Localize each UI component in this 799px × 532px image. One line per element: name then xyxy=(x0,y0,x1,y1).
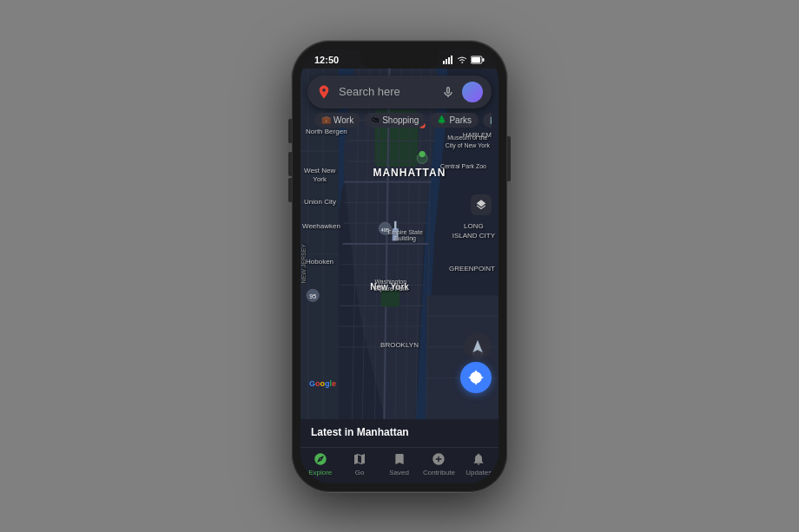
nav-label-contribute: Contribute xyxy=(423,469,455,476)
svg-text:495: 495 xyxy=(380,227,390,232)
svg-rect-2 xyxy=(448,57,450,64)
tree-icon: 🌲 xyxy=(437,115,446,124)
my-location-button[interactable] xyxy=(460,362,492,393)
bottom-sheet-title: Latest in Manhattan xyxy=(311,426,488,438)
shopping-bag-icon: 🛍 xyxy=(372,115,380,124)
svg-rect-3 xyxy=(451,56,452,64)
nav-item-saved[interactable]: Saved xyxy=(384,451,415,476)
phone-device: 12:50 xyxy=(292,41,507,492)
search-overlay: Search here 💼 Work 🛍 Shopping xyxy=(300,69,499,132)
bottom-nav: Explore Go Saved xyxy=(300,447,499,483)
svg-rect-1 xyxy=(446,59,447,64)
contribute-icon xyxy=(431,451,446,467)
nav-item-contribute[interactable]: Contribute xyxy=(423,451,455,476)
nav-label-go: Go xyxy=(355,469,365,476)
svg-text:95: 95 xyxy=(309,292,316,299)
maps-pin-icon xyxy=(316,84,332,100)
wifi-icon xyxy=(457,56,467,64)
explore-icon xyxy=(313,451,328,467)
bottom-sheet: Latest in Manhattan xyxy=(300,419,499,447)
svg-rect-47 xyxy=(381,290,400,306)
briefcase-icon: 💼 xyxy=(321,115,331,124)
status-time: 12:50 xyxy=(314,55,339,65)
battery-icon xyxy=(471,56,485,64)
svg-rect-5 xyxy=(483,58,485,62)
svg-rect-45 xyxy=(393,228,399,240)
nav-label-updates: Updates xyxy=(466,469,492,476)
search-bar[interactable]: Search here xyxy=(307,76,492,108)
hospital-icon: 🏥 xyxy=(490,115,492,124)
nav-item-updates[interactable]: Updates xyxy=(463,451,494,476)
layers-icon xyxy=(475,199,487,211)
nav-label-saved: Saved xyxy=(389,469,409,476)
chips-row: 💼 Work 🛍 Shopping 🌲 Parks 🏥 Hospit... xyxy=(307,108,492,132)
google-logo: Google xyxy=(309,379,336,388)
nav-label-explore: Explore xyxy=(308,469,332,476)
chip-shopping[interactable]: 🛍 Shopping xyxy=(365,113,426,128)
svg-rect-6 xyxy=(472,57,480,62)
chip-parks[interactable]: 🌲 Parks xyxy=(430,113,479,128)
microphone-icon[interactable] xyxy=(441,85,455,99)
user-avatar-icon[interactable] xyxy=(462,82,483,102)
chip-parks-label: Parks xyxy=(449,115,472,125)
signal-icon xyxy=(443,56,453,64)
chip-work[interactable]: 💼 Work xyxy=(314,113,360,128)
phone-screen: 12:50 xyxy=(300,49,499,483)
svg-rect-8 xyxy=(426,295,499,419)
location-icon xyxy=(468,370,484,385)
svg-rect-46 xyxy=(394,220,396,229)
layer-toggle-button[interactable] xyxy=(471,194,492,215)
search-input[interactable]: Search here xyxy=(339,85,434,98)
saved-icon xyxy=(392,451,407,467)
status-bar: 12:50 xyxy=(300,49,499,69)
chip-shopping-label: Shopping xyxy=(382,115,419,125)
updates-icon xyxy=(471,451,486,467)
nav-item-go[interactable]: Go xyxy=(344,451,375,476)
chip-hospitals[interactable]: 🏥 Hospit... xyxy=(483,113,492,128)
nav-item-explore[interactable]: Explore xyxy=(305,451,336,476)
map-container[interactable]: 95 278 495 MANHATTAN New York HARLEM Nor… xyxy=(300,69,499,419)
svg-point-55 xyxy=(419,151,426,157)
navigate-icon xyxy=(471,339,485,353)
status-icons xyxy=(443,56,485,64)
navigate-button[interactable] xyxy=(464,332,492,360)
go-icon xyxy=(352,451,367,467)
notch xyxy=(360,49,439,69)
chip-work-label: Work xyxy=(333,115,353,125)
svg-rect-0 xyxy=(443,61,445,64)
